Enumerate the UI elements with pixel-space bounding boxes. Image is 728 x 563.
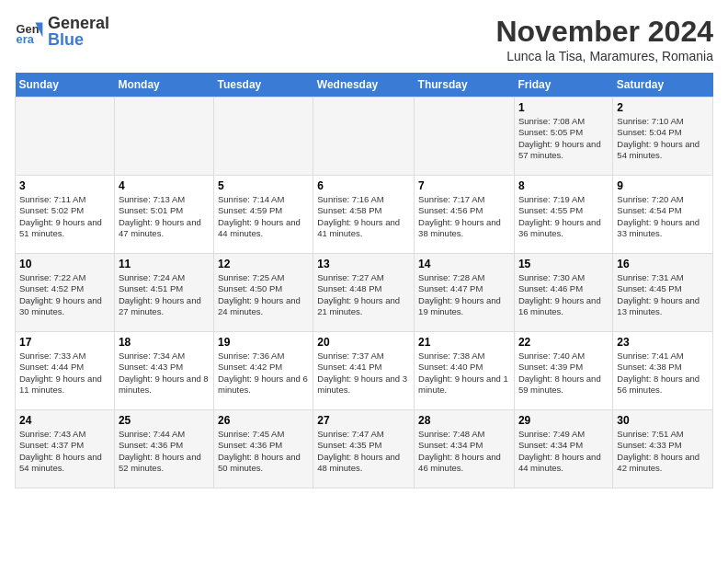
logo-text: General Blue <box>48 15 109 48</box>
day-number: 19 <box>218 336 309 349</box>
calendar-cell: 6Sunrise: 7:16 AM Sunset: 4:58 PM Daylig… <box>313 176 415 254</box>
calendar-header-row: SundayMondayTuesdayWednesdayThursdayFrid… <box>16 73 713 98</box>
calendar-cell: 30Sunrise: 7:51 AM Sunset: 4:33 PM Dayli… <box>613 410 713 488</box>
day-number: 3 <box>19 179 110 192</box>
day-info: Sunrise: 7:16 AM Sunset: 4:58 PM Dayligh… <box>317 194 410 239</box>
day-number: 8 <box>518 179 609 192</box>
calendar-cell <box>214 98 313 176</box>
weekday-header: Friday <box>514 73 612 98</box>
day-number: 14 <box>418 258 510 270</box>
logo: Gen era General Blue <box>15 15 109 48</box>
month-title: November 2024 <box>495 15 713 49</box>
calendar-cell: 22Sunrise: 7:40 AM Sunset: 4:39 PM Dayli… <box>514 332 612 410</box>
calendar-cell: 1Sunrise: 7:08 AM Sunset: 5:05 PM Daylig… <box>514 98 612 176</box>
day-number: 18 <box>119 336 210 349</box>
day-info: Sunrise: 7:28 AM Sunset: 4:47 PM Dayligh… <box>418 272 510 317</box>
calendar-cell <box>415 98 515 176</box>
day-info: Sunrise: 7:48 AM Sunset: 4:34 PM Dayligh… <box>418 429 510 474</box>
day-info: Sunrise: 7:44 AM Sunset: 4:36 PM Dayligh… <box>119 429 210 474</box>
day-info: Sunrise: 7:17 AM Sunset: 4:56 PM Dayligh… <box>418 194 510 239</box>
day-number: 28 <box>418 414 510 427</box>
calendar-cell: 26Sunrise: 7:45 AM Sunset: 4:36 PM Dayli… <box>214 410 313 488</box>
day-number: 12 <box>218 258 309 270</box>
calendar-week-row: 10Sunrise: 7:22 AM Sunset: 4:52 PM Dayli… <box>16 254 713 332</box>
day-number: 30 <box>617 414 709 427</box>
day-number: 17 <box>19 336 110 349</box>
calendar-cell: 2Sunrise: 7:10 AM Sunset: 5:04 PM Daylig… <box>613 98 713 176</box>
calendar-cell: 20Sunrise: 7:37 AM Sunset: 4:41 PM Dayli… <box>313 332 415 410</box>
calendar-cell: 14Sunrise: 7:28 AM Sunset: 4:47 PM Dayli… <box>415 254 515 332</box>
calendar-week-row: 3Sunrise: 7:11 AM Sunset: 5:02 PM Daylig… <box>16 176 713 254</box>
calendar-cell: 18Sunrise: 7:34 AM Sunset: 4:43 PM Dayli… <box>114 332 213 410</box>
day-number: 6 <box>317 179 410 192</box>
day-info: Sunrise: 7:27 AM Sunset: 4:48 PM Dayligh… <box>317 272 410 317</box>
day-number: 9 <box>617 179 709 192</box>
calendar-cell: 5Sunrise: 7:14 AM Sunset: 4:59 PM Daylig… <box>214 176 313 254</box>
calendar-cell: 4Sunrise: 7:13 AM Sunset: 5:01 PM Daylig… <box>114 176 213 254</box>
day-number: 16 <box>617 258 709 270</box>
day-info: Sunrise: 7:30 AM Sunset: 4:46 PM Dayligh… <box>518 272 609 317</box>
day-number: 13 <box>317 258 410 270</box>
day-info: Sunrise: 7:36 AM Sunset: 4:42 PM Dayligh… <box>218 350 309 396</box>
weekday-header: Saturday <box>613 73 713 98</box>
day-number: 20 <box>317 336 410 349</box>
day-info: Sunrise: 7:25 AM Sunset: 4:50 PM Dayligh… <box>218 272 309 317</box>
calendar-cell: 10Sunrise: 7:22 AM Sunset: 4:52 PM Dayli… <box>16 254 115 332</box>
day-info: Sunrise: 7:20 AM Sunset: 4:54 PM Dayligh… <box>617 194 709 239</box>
day-info: Sunrise: 7:37 AM Sunset: 4:41 PM Dayligh… <box>317 350 410 396</box>
calendar-cell: 19Sunrise: 7:36 AM Sunset: 4:42 PM Dayli… <box>214 332 313 410</box>
header: Gen era General Blue November 2024 Lunca… <box>15 15 713 63</box>
day-info: Sunrise: 7:40 AM Sunset: 4:39 PM Dayligh… <box>518 350 609 396</box>
weekday-header: Monday <box>114 73 213 98</box>
day-info: Sunrise: 7:31 AM Sunset: 4:45 PM Dayligh… <box>617 272 709 317</box>
day-info: Sunrise: 7:51 AM Sunset: 4:33 PM Dayligh… <box>617 429 709 474</box>
day-info: Sunrise: 7:24 AM Sunset: 4:51 PM Dayligh… <box>119 272 210 317</box>
calendar-cell: 8Sunrise: 7:19 AM Sunset: 4:55 PM Daylig… <box>514 176 612 254</box>
day-number: 1 <box>518 101 609 114</box>
calendar-cell: 21Sunrise: 7:38 AM Sunset: 4:40 PM Dayli… <box>415 332 515 410</box>
day-info: Sunrise: 7:14 AM Sunset: 4:59 PM Dayligh… <box>218 194 309 239</box>
day-info: Sunrise: 7:11 AM Sunset: 5:02 PM Dayligh… <box>19 194 110 239</box>
calendar-cell: 3Sunrise: 7:11 AM Sunset: 5:02 PM Daylig… <box>16 176 115 254</box>
day-info: Sunrise: 7:45 AM Sunset: 4:36 PM Dayligh… <box>218 429 309 474</box>
calendar-cell: 13Sunrise: 7:27 AM Sunset: 4:48 PM Dayli… <box>313 254 415 332</box>
day-info: Sunrise: 7:13 AM Sunset: 5:01 PM Dayligh… <box>119 194 210 239</box>
weekday-header: Tuesday <box>214 73 313 98</box>
logo-icon: Gen era <box>15 17 44 46</box>
day-info: Sunrise: 7:49 AM Sunset: 4:34 PM Dayligh… <box>518 429 609 474</box>
day-number: 15 <box>518 258 609 270</box>
location-title: Lunca la Tisa, Maramures, Romania <box>495 49 713 63</box>
calendar-cell: 9Sunrise: 7:20 AM Sunset: 4:54 PM Daylig… <box>613 176 713 254</box>
day-number: 24 <box>19 414 110 427</box>
day-info: Sunrise: 7:19 AM Sunset: 4:55 PM Dayligh… <box>518 194 609 239</box>
calendar-cell <box>114 98 213 176</box>
calendar-cell: 27Sunrise: 7:47 AM Sunset: 4:35 PM Dayli… <box>313 410 415 488</box>
day-info: Sunrise: 7:38 AM Sunset: 4:40 PM Dayligh… <box>418 350 510 396</box>
calendar-cell: 16Sunrise: 7:31 AM Sunset: 4:45 PM Dayli… <box>613 254 713 332</box>
day-info: Sunrise: 7:34 AM Sunset: 4:43 PM Dayligh… <box>119 350 210 396</box>
day-number: 25 <box>119 414 210 427</box>
day-info: Sunrise: 7:47 AM Sunset: 4:35 PM Dayligh… <box>317 429 410 474</box>
logo-line2: Blue <box>48 31 109 48</box>
day-number: 4 <box>119 179 210 192</box>
title-area: November 2024 Lunca la Tisa, Maramures, … <box>495 15 713 63</box>
day-info: Sunrise: 7:10 AM Sunset: 5:04 PM Dayligh… <box>617 116 709 161</box>
day-number: 21 <box>418 336 510 349</box>
calendar-week-row: 24Sunrise: 7:43 AM Sunset: 4:37 PM Dayli… <box>16 410 713 488</box>
calendar-cell: 12Sunrise: 7:25 AM Sunset: 4:50 PM Dayli… <box>214 254 313 332</box>
calendar-week-row: 17Sunrise: 7:33 AM Sunset: 4:44 PM Dayli… <box>16 332 713 410</box>
day-info: Sunrise: 7:43 AM Sunset: 4:37 PM Dayligh… <box>19 429 110 474</box>
svg-text:era: era <box>17 32 35 46</box>
day-number: 23 <box>617 336 709 349</box>
day-number: 29 <box>518 414 609 427</box>
calendar-week-row: 1Sunrise: 7:08 AM Sunset: 5:05 PM Daylig… <box>16 98 713 176</box>
calendar-cell: 15Sunrise: 7:30 AM Sunset: 4:46 PM Dayli… <box>514 254 612 332</box>
day-number: 5 <box>218 179 309 192</box>
logo-line1: General <box>48 15 109 31</box>
day-number: 22 <box>518 336 609 349</box>
calendar-cell: 11Sunrise: 7:24 AM Sunset: 4:51 PM Dayli… <box>114 254 213 332</box>
day-number: 10 <box>19 258 110 270</box>
calendar-cell: 28Sunrise: 7:48 AM Sunset: 4:34 PM Dayli… <box>415 410 515 488</box>
day-number: 7 <box>418 179 510 192</box>
weekday-header: Sunday <box>16 73 115 98</box>
